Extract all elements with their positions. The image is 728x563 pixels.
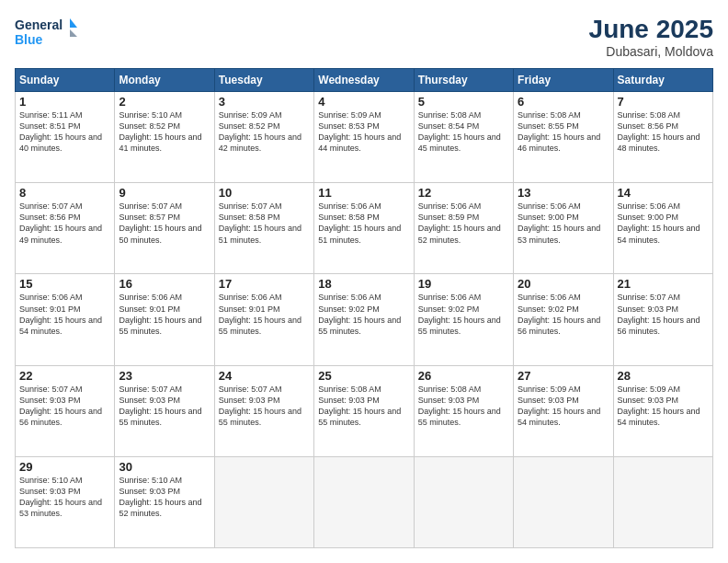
- day-info: Sunrise: 5:09 AMSunset: 8:52 PMDaylight:…: [219, 109, 310, 155]
- calendar-week-row: 15Sunrise: 5:06 AMSunset: 9:01 PMDayligh…: [16, 274, 713, 365]
- day-info: Sunrise: 5:06 AMSunset: 8:58 PMDaylight:…: [318, 201, 409, 246]
- day-info: Sunrise: 5:06 AMSunset: 8:59 PMDaylight:…: [418, 201, 509, 246]
- day-info: Sunrise: 5:10 AMSunset: 9:03 PMDaylight:…: [119, 475, 210, 520]
- day-number: 22: [19, 369, 110, 383]
- day-number: 16: [119, 277, 210, 291]
- day-info: Sunrise: 5:07 AMSunset: 9:03 PMDaylight:…: [618, 292, 709, 337]
- day-info: Sunrise: 5:06 AMSunset: 9:02 PMDaylight:…: [318, 292, 409, 337]
- day-info: Sunrise: 5:06 AMSunset: 9:02 PMDaylight:…: [418, 292, 509, 337]
- table-cell: 2Sunrise: 5:10 AMSunset: 8:52 PMDaylight…: [115, 92, 214, 183]
- table-cell: 3Sunrise: 5:09 AMSunset: 8:52 PMDaylight…: [214, 92, 313, 183]
- day-number: 14: [618, 186, 709, 200]
- day-number: 11: [318, 186, 409, 200]
- day-number: 17: [219, 277, 310, 291]
- day-info: Sunrise: 5:07 AMSunset: 8:56 PMDaylight:…: [19, 201, 110, 246]
- table-cell: 29Sunrise: 5:10 AMSunset: 9:03 PMDayligh…: [16, 456, 115, 547]
- calendar-week-row: 22Sunrise: 5:07 AMSunset: 9:03 PMDayligh…: [16, 365, 713, 456]
- table-cell: [314, 456, 414, 547]
- day-number: 21: [618, 277, 709, 291]
- day-info: Sunrise: 5:10 AMSunset: 9:03 PMDaylight:…: [19, 475, 110, 520]
- day-number: 19: [418, 277, 509, 291]
- table-cell: 28Sunrise: 5:09 AMSunset: 9:03 PMDayligh…: [613, 365, 712, 456]
- table-cell: 6Sunrise: 5:08 AMSunset: 8:55 PMDaylight…: [514, 92, 613, 183]
- day-number: 12: [418, 186, 509, 200]
- col-sunday: Sunday: [16, 69, 115, 92]
- day-info: Sunrise: 5:08 AMSunset: 8:56 PMDaylight:…: [618, 109, 709, 155]
- calendar-week-row: 1Sunrise: 5:11 AMSunset: 8:51 PMDaylight…: [16, 92, 713, 183]
- day-number: 1: [19, 95, 110, 109]
- col-saturday: Saturday: [613, 69, 712, 92]
- table-cell: [214, 456, 313, 547]
- day-number: 15: [19, 277, 110, 291]
- title-section: June 2025 Dubasari, Moldova: [589, 15, 713, 59]
- col-wednesday: Wednesday: [314, 69, 414, 92]
- day-number: 25: [318, 369, 409, 383]
- table-cell: 18Sunrise: 5:06 AMSunset: 9:02 PMDayligh…: [314, 274, 414, 365]
- month-year-title: June 2025: [589, 15, 713, 44]
- day-info: Sunrise: 5:06 AMSunset: 9:01 PMDaylight:…: [119, 292, 210, 337]
- table-cell: 17Sunrise: 5:06 AMSunset: 9:01 PMDayligh…: [214, 274, 313, 365]
- day-info: Sunrise: 5:06 AMSunset: 9:00 PMDaylight:…: [618, 201, 709, 246]
- svg-text:Blue: Blue: [15, 32, 43, 47]
- logo-svg: General Blue: [15, 15, 79, 52]
- day-number: 9: [119, 186, 210, 200]
- day-number: 24: [219, 369, 310, 383]
- day-info: Sunrise: 5:06 AMSunset: 9:00 PMDaylight:…: [518, 201, 609, 246]
- day-number: 30: [119, 460, 210, 474]
- table-cell: 11Sunrise: 5:06 AMSunset: 8:58 PMDayligh…: [314, 183, 414, 274]
- table-cell: 19Sunrise: 5:06 AMSunset: 9:02 PMDayligh…: [414, 274, 513, 365]
- day-info: Sunrise: 5:10 AMSunset: 8:52 PMDaylight:…: [119, 109, 210, 155]
- table-cell: 26Sunrise: 5:08 AMSunset: 9:03 PMDayligh…: [414, 365, 513, 456]
- day-info: Sunrise: 5:07 AMSunset: 9:03 PMDaylight:…: [19, 384, 110, 429]
- day-number: 4: [318, 95, 409, 109]
- day-number: 26: [418, 369, 509, 383]
- table-cell: 20Sunrise: 5:06 AMSunset: 9:02 PMDayligh…: [514, 274, 613, 365]
- table-cell: 8Sunrise: 5:07 AMSunset: 8:56 PMDaylight…: [16, 183, 115, 274]
- day-info: Sunrise: 5:09 AMSunset: 9:03 PMDaylight:…: [518, 384, 609, 429]
- day-info: Sunrise: 5:06 AMSunset: 9:01 PMDaylight:…: [219, 292, 310, 337]
- day-info: Sunrise: 5:06 AMSunset: 9:01 PMDaylight:…: [19, 292, 110, 337]
- table-cell: 25Sunrise: 5:08 AMSunset: 9:03 PMDayligh…: [314, 365, 414, 456]
- table-cell: 10Sunrise: 5:07 AMSunset: 8:58 PMDayligh…: [214, 183, 313, 274]
- day-info: Sunrise: 5:07 AMSunset: 9:03 PMDaylight:…: [119, 384, 210, 429]
- table-cell: 7Sunrise: 5:08 AMSunset: 8:56 PMDaylight…: [613, 92, 712, 183]
- table-cell: 23Sunrise: 5:07 AMSunset: 9:03 PMDayligh…: [115, 365, 214, 456]
- day-info: Sunrise: 5:09 AMSunset: 9:03 PMDaylight:…: [618, 384, 709, 429]
- day-number: 2: [119, 95, 210, 109]
- day-number: 13: [518, 186, 609, 200]
- table-cell: 22Sunrise: 5:07 AMSunset: 9:03 PMDayligh…: [16, 365, 115, 456]
- day-info: Sunrise: 5:07 AMSunset: 8:58 PMDaylight:…: [219, 201, 310, 246]
- day-info: Sunrise: 5:09 AMSunset: 8:53 PMDaylight:…: [318, 109, 409, 155]
- col-monday: Monday: [115, 69, 214, 92]
- calendar-table: Sunday Monday Tuesday Wednesday Thursday…: [15, 68, 713, 548]
- location-subtitle: Dubasari, Moldova: [589, 44, 713, 59]
- logo: General Blue: [15, 15, 79, 52]
- table-cell: [613, 456, 712, 547]
- page: General Blue June 2025 Dubasari, Moldova…: [0, 0, 728, 563]
- calendar-week-row: 8Sunrise: 5:07 AMSunset: 8:56 PMDaylight…: [16, 183, 713, 274]
- table-cell: 14Sunrise: 5:06 AMSunset: 9:00 PMDayligh…: [613, 183, 712, 274]
- calendar-header-row: Sunday Monday Tuesday Wednesday Thursday…: [16, 69, 713, 92]
- day-number: 28: [618, 369, 709, 383]
- day-number: 7: [618, 95, 709, 109]
- day-number: 8: [19, 186, 110, 200]
- col-tuesday: Tuesday: [214, 69, 313, 92]
- day-info: Sunrise: 5:07 AMSunset: 9:03 PMDaylight:…: [219, 384, 310, 429]
- day-info: Sunrise: 5:08 AMSunset: 8:54 PMDaylight:…: [418, 109, 509, 155]
- table-cell: [514, 456, 613, 547]
- table-cell: 9Sunrise: 5:07 AMSunset: 8:57 PMDaylight…: [115, 183, 214, 274]
- col-thursday: Thursday: [414, 69, 513, 92]
- col-friday: Friday: [514, 69, 613, 92]
- table-cell: 30Sunrise: 5:10 AMSunset: 9:03 PMDayligh…: [115, 456, 214, 547]
- table-cell: 15Sunrise: 5:06 AMSunset: 9:01 PMDayligh…: [16, 274, 115, 365]
- day-number: 5: [418, 95, 509, 109]
- table-cell: [414, 456, 513, 547]
- table-cell: 24Sunrise: 5:07 AMSunset: 9:03 PMDayligh…: [214, 365, 313, 456]
- header: General Blue June 2025 Dubasari, Moldova: [15, 15, 713, 59]
- svg-text:General: General: [15, 17, 63, 32]
- table-cell: 4Sunrise: 5:09 AMSunset: 8:53 PMDaylight…: [314, 92, 414, 183]
- day-number: 29: [19, 460, 110, 474]
- table-cell: 13Sunrise: 5:06 AMSunset: 9:00 PMDayligh…: [514, 183, 613, 274]
- day-number: 18: [318, 277, 409, 291]
- svg-marker-3: [70, 29, 77, 37]
